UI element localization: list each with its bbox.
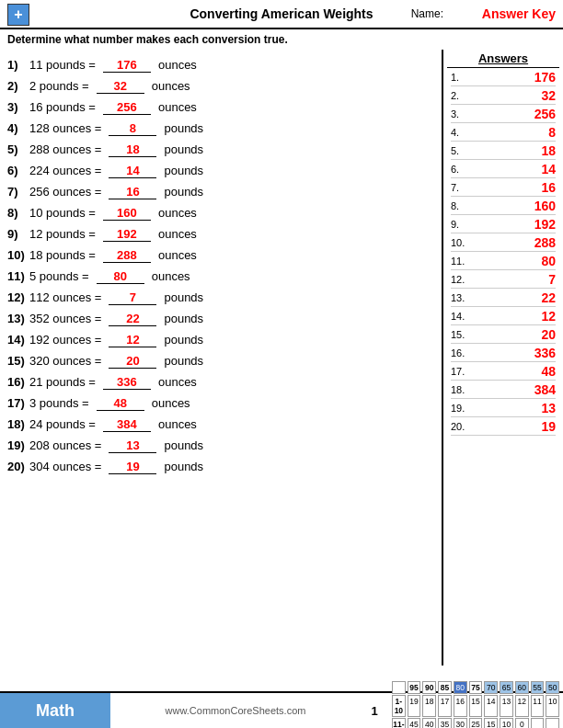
question-text: 16 pounds =256ounces <box>29 100 197 115</box>
ak-number: 18. <box>451 384 469 395</box>
question-number: 6) <box>7 164 29 177</box>
math-label: Math <box>0 693 110 728</box>
ak-number: 3. <box>451 108 469 119</box>
question-label: 352 ounces = <box>29 312 101 325</box>
ak-value: 19 <box>469 419 556 434</box>
question-number: 3) <box>7 100 29 114</box>
question-number: 5) <box>7 142 29 156</box>
question-number: 2) <box>7 79 29 93</box>
question-number: 10) <box>7 248 29 262</box>
question-label: 192 ounces = <box>29 333 101 347</box>
answer-key-row: 6.14 <box>451 162 556 178</box>
answer-value: 336 <box>103 375 151 390</box>
question-number: 14) <box>7 333 29 347</box>
ak-number: 4. <box>451 127 469 138</box>
footer-url: www.CommonCoreSheets.com <box>110 693 361 728</box>
question-row: 9)12 pounds =192ounces <box>7 227 434 242</box>
question-text: 128 ounces =8pounds <box>29 121 203 136</box>
question-row: 14)192 ounces =12pounds <box>7 333 434 347</box>
question-number: 4) <box>7 121 29 135</box>
question-text: 2 pounds =32ounces <box>29 79 190 94</box>
question-label: 304 ounces = <box>29 460 101 473</box>
question-number: 8) <box>7 206 29 220</box>
answer-key-row: 2.32 <box>451 88 556 105</box>
ak-value: 80 <box>469 254 556 268</box>
answer-value: 13 <box>109 438 156 453</box>
answer-value: 288 <box>103 248 151 263</box>
question-unit: pounds <box>164 290 203 304</box>
answer-key-row: 4.8 <box>451 125 556 142</box>
question-number: 20) <box>7 460 29 473</box>
answer-value: 12 <box>109 333 156 347</box>
logo-icon: + <box>7 4 29 26</box>
footer-stats: 95 90 85 80 75 70 65 60 55 50 1-10 19 18… <box>388 693 563 728</box>
ak-number: 16. <box>451 347 469 358</box>
footer: Math www.CommonCoreSheets.com 1 95 90 85… <box>0 691 563 728</box>
question-unit: ounces <box>158 417 197 431</box>
answer-key-row: 13.22 <box>451 290 556 307</box>
answer-key-row: 3.256 <box>451 107 556 123</box>
ak-number: 20. <box>451 421 469 432</box>
answer-value: 32 <box>97 79 144 94</box>
question-label: 3 pounds = <box>29 396 89 410</box>
question-number: 15) <box>7 354 29 368</box>
ak-value: 48 <box>469 364 556 379</box>
question-label: 12 pounds = <box>29 227 96 241</box>
ak-number: 8. <box>451 200 469 211</box>
question-number: 17) <box>7 396 29 410</box>
header: + Converting American Weights Name: Answ… <box>0 0 563 29</box>
page-number: 1 <box>361 693 388 728</box>
question-row: 19)208 ounces =13pounds <box>7 438 434 453</box>
question-label: 11 pounds = <box>29 58 96 72</box>
ak-value: 22 <box>469 290 556 305</box>
question-label: 128 ounces = <box>29 121 101 135</box>
ak-value: 256 <box>469 107 556 121</box>
ak-value: 12 <box>469 309 556 324</box>
ak-number: 14. <box>451 311 469 322</box>
question-number: 12) <box>7 290 29 304</box>
ak-number: 9. <box>451 219 469 230</box>
question-row: 2)2 pounds =32ounces <box>7 79 434 94</box>
question-unit: ounces <box>158 248 197 262</box>
answer-key-row: 15.20 <box>451 327 556 344</box>
question-unit: ounces <box>152 269 190 283</box>
question-label: 18 pounds = <box>29 248 96 262</box>
ak-value: 32 <box>469 88 556 103</box>
question-unit: pounds <box>164 312 203 325</box>
question-text: 192 ounces =12pounds <box>29 333 203 347</box>
question-row: 16)21 pounds =336ounces <box>7 375 434 390</box>
question-label: 112 ounces = <box>29 290 101 304</box>
stats-header-row: 95 90 85 80 75 70 65 60 55 50 <box>392 681 559 694</box>
question-text: 256 ounces =16pounds <box>29 185 203 199</box>
question-unit: ounces <box>152 396 190 410</box>
ak-number: 10. <box>451 237 469 248</box>
ak-value: 20 <box>469 327 556 342</box>
question-number: 9) <box>7 227 29 241</box>
answer-key-row: 18.384 <box>451 382 556 399</box>
ak-value: 336 <box>469 346 556 360</box>
answer-key-row: 14.12 <box>451 309 556 325</box>
answer-value: 19 <box>109 460 156 474</box>
instruction-text: Determine what number makes each convers… <box>0 29 563 50</box>
answer-value: 48 <box>97 396 144 411</box>
question-row: 7)256 ounces =16pounds <box>7 185 434 199</box>
question-row: 3)16 pounds =256ounces <box>7 100 434 115</box>
question-label: 21 pounds = <box>29 375 96 389</box>
ak-number: 15. <box>451 329 469 340</box>
question-row: 8)10 pounds =160ounces <box>7 206 434 221</box>
question-text: 208 ounces =13pounds <box>29 438 203 453</box>
question-row: 1)11 pounds =176ounces <box>7 58 434 73</box>
question-unit: ounces <box>158 227 197 241</box>
ak-number: 5. <box>451 145 469 156</box>
question-unit: pounds <box>164 460 203 473</box>
answer-key-row: 11.80 <box>451 254 556 270</box>
ak-number: 13. <box>451 292 469 303</box>
question-row: 20)304 ounces =19pounds <box>7 460 434 474</box>
question-row: 15)320 ounces =20pounds <box>7 354 434 369</box>
stats-row2: 11-20 45 40 35 30 25 15 10 0 <box>392 718 559 729</box>
question-row: 10)18 pounds =288ounces <box>7 248 434 263</box>
answer-value: 20 <box>109 354 156 369</box>
answer-value: 7 <box>109 290 156 305</box>
question-unit: pounds <box>164 333 203 347</box>
ak-number: 7. <box>451 182 469 193</box>
